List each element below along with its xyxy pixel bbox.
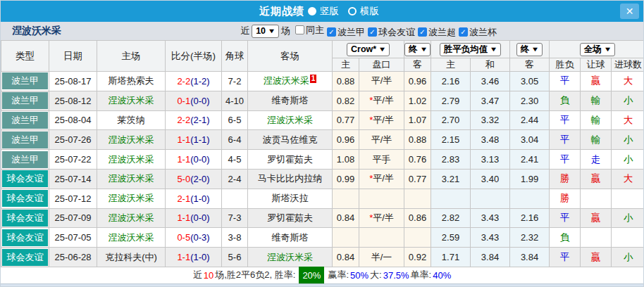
avg-lose: 3.05 — [510, 72, 550, 91]
result-handicap: 贏 — [581, 248, 612, 267]
radio-vertical-label[interactable]: 竖版 — [320, 5, 339, 18]
home-team: 涅波沃米采 — [97, 91, 166, 110]
match-date: 25-07-12 — [49, 189, 97, 208]
match-count-select[interactable]: 10▼ — [252, 25, 279, 38]
home-team: 涅波沃米采 — [97, 130, 166, 150]
away-team: 涅波沃米采 — [248, 248, 333, 267]
filter-bar: 涅波沃米采 近 10▼ 场 同主 ✓ 波兰甲 ✓ 球会友谊 ✓ 波兰超 ✓ 波兰… — [1, 22, 643, 40]
bookmaker-select[interactable]: Crow*▼ — [347, 43, 390, 56]
summary-segment: 单率: — [411, 269, 432, 281]
handicap: *平/半 — [359, 208, 404, 228]
odds-away: 0.96 — [404, 72, 431, 91]
home-team: 涅波沃米采 — [97, 150, 166, 170]
radio-horizontal-layout[interactable] — [348, 7, 357, 15]
odds-away: 0.76 — [404, 150, 431, 170]
handicap: *平/半 — [359, 169, 404, 189]
league-type-badge: 球会友谊 — [2, 249, 48, 266]
checkbox-icon: ✓ — [327, 27, 336, 37]
avg-lose: 1.99 — [510, 169, 550, 189]
corner-score: 6-5 — [222, 110, 248, 130]
score: 1-1(1-1) — [166, 130, 222, 150]
panel-title: 近期战绩 — [259, 5, 304, 18]
checkbox-label: 波兰杯 — [469, 26, 497, 39]
checkbox-icon — [295, 25, 304, 34]
avg-select[interactable]: 胜平负均值▼ — [440, 43, 501, 56]
chevron-down-icon: ▼ — [603, 44, 612, 55]
table-row: 球会友谊 25-06-28 克拉科夫(中) 1-1(1-0) 5-6 涅波沃米采… — [1, 248, 644, 267]
league-type-cell: 波兰甲 — [1, 91, 49, 110]
away-team: 维奇斯塔 — [248, 228, 333, 248]
match-date: 25-07-05 — [49, 228, 97, 248]
away-team: 涅波沃米采1 — [248, 72, 333, 91]
league-filter-checkbox[interactable]: ✓ 波兰超 — [418, 26, 456, 39]
result-winlose: 負 — [550, 91, 581, 110]
handicap — [359, 228, 404, 248]
score: 0-5(0-3) — [166, 228, 222, 248]
league-filter-checkbox[interactable]: ✓ 球会友谊 — [368, 26, 415, 39]
league-type-badge: 球会友谊 — [2, 170, 48, 187]
avg-time-select[interactable]: 终▼ — [516, 43, 543, 56]
table-row: 波兰甲 25-07-22 涅波沃米采 1-1(0-0) 4-5 罗切霍茹夫 1.… — [1, 150, 644, 170]
title-bar: 近期战绩 竖版 横版 ✕ — [1, 1, 643, 22]
avg-draw: 3.46 — [471, 72, 510, 91]
result-handicap — [581, 228, 612, 248]
odds-home: 0.82 — [333, 91, 359, 110]
odds-time-select-cell: 终▼ — [404, 41, 431, 58]
corner-score: 2-4 — [222, 169, 248, 189]
league-filter-checkbox[interactable]: 同主 — [295, 24, 324, 37]
away-team: 罗切霍茹夫 — [248, 150, 333, 170]
result-goals: 大 — [612, 110, 644, 130]
corner-score: 5-6 — [222, 248, 248, 267]
score: 2-2(1-2) — [166, 72, 222, 91]
radio-horizontal-label[interactable]: 横版 — [360, 5, 379, 18]
odds-away: 1.07 — [404, 110, 431, 130]
halftime-score: (1-0) — [190, 193, 209, 204]
result-winlose: 平 — [550, 72, 581, 91]
avg-draw — [471, 189, 510, 208]
avg-lose: 2.41 — [510, 150, 550, 170]
col-header-score: 比分(半场) — [166, 41, 222, 72]
league-type-cell: 球会友谊 — [1, 189, 49, 208]
radio-vertical-layout[interactable] — [308, 7, 316, 15]
summary-segment: 20% — [299, 267, 324, 283]
odds-time-select[interactable]: 终▼ — [404, 43, 431, 56]
fulltime-score: 2-2 — [177, 76, 190, 87]
odds-away: 0.88 — [404, 130, 431, 150]
scope-select[interactable]: 全场▼ — [580, 43, 615, 56]
league-filter-checkbox[interactable]: ✓ 波兰杯 — [459, 26, 497, 39]
checkbox-label: 波兰超 — [428, 26, 456, 39]
avg-lose: 3.84 — [510, 248, 550, 267]
avg-draw: 3.43 — [471, 228, 510, 248]
league-type-badge: 波兰甲 — [2, 92, 48, 109]
col-header-home: 主场 — [97, 41, 166, 72]
away-team: 维奇斯塔 — [248, 91, 333, 110]
result-winlose: 勝 — [550, 169, 581, 189]
close-icon[interactable]: ✕ — [620, 4, 639, 19]
result-goals: 小 — [612, 150, 644, 170]
result-winlose: 平 — [550, 248, 581, 267]
halftime-score: (0-3) — [190, 232, 209, 243]
corner-score: 6-4 — [222, 130, 248, 150]
home-team: 莱茨纳 — [97, 110, 166, 130]
results-table: 类型 日期 主场 比分(半场) 角球 客场 Crow*▼ 终▼ 胜平负均值▼ 终… — [1, 40, 644, 267]
league-filter-checkbox[interactable]: ✓ 波兰甲 — [327, 26, 365, 39]
league-type-cell: 波兰甲 — [1, 72, 49, 91]
handicap: *平/半 — [359, 110, 404, 130]
sub-header-handicap: 盘口 — [359, 58, 404, 72]
result-goals: 小 — [612, 130, 644, 150]
filters-group: 近 10▼ 场 同主 ✓ 波兰甲 ✓ 球会友谊 ✓ 波兰超 ✓ 波兰杯 — [240, 24, 497, 39]
avg-lose: 2.32 — [510, 228, 550, 248]
avg-win: 2.82 — [431, 208, 471, 228]
result-handicap: 輸 — [581, 130, 612, 150]
col-header-date: 日期 — [49, 41, 97, 72]
result-handicap: 輸 — [581, 91, 612, 110]
handicap — [359, 189, 404, 208]
avg-draw: 3.32 — [471, 110, 510, 130]
league-type-badge: 波兰甲 — [2, 72, 48, 89]
fulltime-score: 1-1 — [177, 134, 190, 145]
team-name-title: 涅波沃米采 — [1, 25, 61, 37]
chevron-down-icon: ▼ — [531, 44, 540, 55]
corner-score: 4-10 — [222, 91, 248, 110]
games-label: 场 — [281, 25, 290, 37]
chevron-down-icon: ▼ — [419, 44, 428, 55]
